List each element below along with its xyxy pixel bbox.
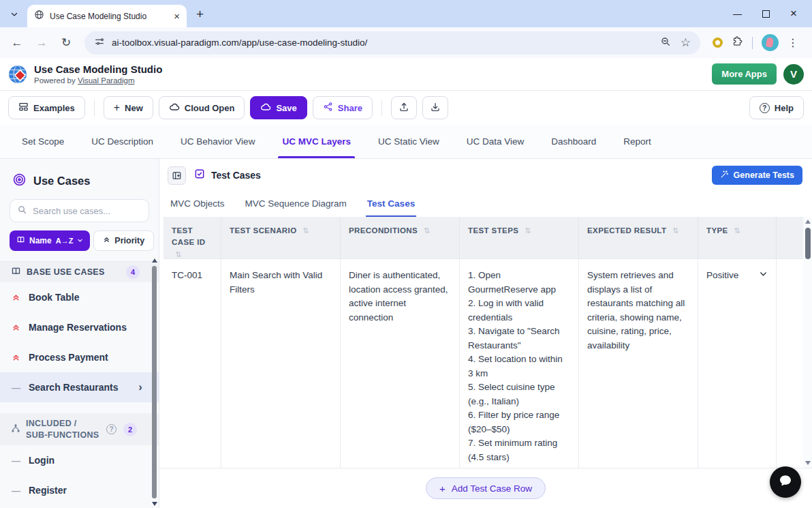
search-use-cases-box[interactable] [10, 199, 149, 222]
sort-by-name-button[interactable]: Name A→Z [10, 230, 90, 251]
address-bar[interactable]: ai-toolbox.visual-paradigm.com/app/use-c… [84, 31, 700, 55]
priority-high-icon [11, 353, 21, 362]
table-scrollbar[interactable] [803, 217, 812, 468]
import-download-button[interactable] [422, 96, 448, 119]
fork-icon [11, 423, 20, 436]
cell-test-scenario[interactable]: Main Search with Valid Filters [221, 259, 341, 468]
sort-icon[interactable]: ⇅ [175, 250, 182, 258]
new-button[interactable]: + New [104, 96, 153, 119]
examples-button[interactable]: Examples [8, 96, 85, 119]
chevron-down-icon [77, 236, 83, 245]
col-test-case-id[interactable]: TEST CASE ID ⇅ [163, 217, 221, 259]
forward-button: → [31, 33, 52, 53]
col-test-steps[interactable]: TEST STEPS ⇅ [460, 217, 579, 259]
col-expected-result[interactable]: EXPECTED RESULT ⇅ [579, 217, 698, 259]
generate-tests-button[interactable]: Generate Tests [712, 166, 802, 185]
help-button[interactable]: ? Help [749, 96, 804, 119]
included-section-header: INCLUDED / SUB-FUNCTIONS ? 2 [0, 413, 159, 445]
tab-search-chevron-icon[interactable] [7, 7, 22, 22]
tab-close-icon[interactable]: × [174, 10, 180, 22]
cell-preconditions[interactable]: Diner is authenticated, location access … [341, 259, 460, 468]
sort-icon[interactable]: ⇅ [424, 226, 431, 235]
sidebar-item-manage-reservations[interactable]: Manage Reservations [0, 312, 159, 342]
tab-uc-mvc-layers[interactable]: UC MVC Layers [268, 125, 364, 158]
zoom-icon[interactable] [660, 36, 671, 50]
tab-uc-data-view[interactable]: UC Data View [453, 125, 538, 158]
cloud-open-button[interactable]: Cloud Open [159, 96, 245, 119]
window-close-button[interactable]: × [790, 7, 797, 20]
cell-test-case-id[interactable]: TC-001 [163, 259, 221, 468]
tab-uc-behavior-view[interactable]: UC Behavior View [167, 125, 268, 158]
help-circle-icon[interactable]: ? [106, 424, 116, 434]
base-use-cases-section-header: BASE USE CASES 4 [0, 262, 159, 282]
sidebar-title: Use Cases [33, 175, 90, 188]
scrollbar-thumb[interactable] [152, 266, 157, 498]
extension-ring-icon[interactable] [713, 38, 723, 48]
add-test-case-row-button[interactable]: + Add Test Case Row [426, 477, 546, 499]
extensions-puzzle-icon[interactable] [732, 35, 743, 50]
sidebar-item-process-payment[interactable]: Process Payment [0, 342, 159, 372]
search-input[interactable] [33, 206, 142, 216]
sort-icon[interactable]: ⇅ [672, 226, 679, 235]
app-title: Use Case Modeling Studio [34, 63, 162, 76]
tab-uc-description[interactable]: UC Description [78, 125, 167, 158]
sort-by-priority-button[interactable]: Priority [93, 230, 154, 251]
maximize-button[interactable] [762, 10, 770, 18]
tab-dashboard[interactable]: Dashboard [537, 125, 610, 158]
sidebar-scrollbar[interactable] [151, 256, 158, 508]
chat-widget-button[interactable] [770, 466, 801, 498]
minimize-button[interactable]: — [733, 9, 742, 19]
export-upload-button[interactable] [391, 96, 417, 119]
col-test-scenario[interactable]: TEST SCENARIO ⇅ [221, 217, 341, 259]
user-avatar[interactable]: V [783, 64, 804, 85]
double-chevron-up-icon [103, 236, 110, 245]
site-settings-icon[interactable] [94, 36, 105, 50]
save-button[interactable]: Save [250, 96, 307, 119]
tab-set-scope[interactable]: Set Scope [8, 125, 78, 158]
scroll-up-arrow[interactable] [805, 220, 811, 224]
panel-title: Test Cases [211, 170, 261, 181]
col-type[interactable]: TYPE ⇅ [698, 217, 777, 259]
profile-avatar[interactable] [762, 34, 779, 51]
app-toolbar: Examples + New Cloud Open Save Share ? [0, 91, 812, 125]
cell-test-steps[interactable]: 1. Open GourmetReserve app 2. Log in wit… [460, 259, 579, 468]
sort-icon[interactable]: ⇅ [734, 226, 740, 235]
tab-uc-static-view[interactable]: UC Static View [364, 125, 453, 158]
book-icon [16, 235, 25, 246]
new-tab-button[interactable]: + [196, 8, 204, 20]
scroll-up-arrow[interactable] [152, 258, 157, 263]
sort-icon[interactable]: ⇅ [525, 226, 531, 235]
scroll-down-arrow[interactable] [805, 461, 811, 465]
cloud-save-icon [260, 102, 271, 115]
scroll-down-arrow[interactable] [152, 502, 157, 506]
browser-tab[interactable]: Use Case Modeling Studio × [27, 5, 187, 27]
reload-button[interactable]: ↻ [56, 33, 76, 53]
sidebar-item-book-table[interactable]: Book Table [0, 282, 159, 312]
bookmark-star-icon[interactable]: ☆ [681, 35, 691, 50]
back-button[interactable]: ← [7, 33, 27, 53]
cell-filler [777, 259, 803, 468]
priority-high-icon [11, 323, 21, 332]
tab-mvc-sequence-diagram[interactable]: MVC Sequence Diagram [244, 192, 348, 217]
tab-report[interactable]: Report [610, 125, 665, 158]
cell-type-select[interactable]: Positive [698, 259, 777, 468]
download-icon [430, 102, 441, 115]
visual-paradigm-link[interactable]: Visual Paradigm [78, 76, 135, 85]
url-text[interactable]: ai-toolbox.visual-paradigm.com/app/use-c… [112, 38, 653, 48]
tab-mvc-objects[interactable]: MVC Objects [169, 192, 226, 217]
share-button[interactable]: Share [313, 96, 373, 119]
tab-title: Use Case Modeling Studio [50, 12, 168, 21]
col-preconditions[interactable]: PRECONDITIONS ⇅ [341, 217, 460, 259]
tab-test-cases[interactable]: Test Cases [366, 192, 416, 217]
sidebar-item-register[interactable]: — Register [0, 475, 159, 505]
base-count-badge: 4 [126, 265, 140, 279]
collapse-sidebar-button[interactable] [168, 166, 186, 185]
sort-icon[interactable]: ⇅ [302, 226, 309, 235]
sidebar-item-login[interactable]: — Login [0, 445, 159, 475]
scrollbar-thumb[interactable] [805, 228, 811, 259]
cell-expected-result[interactable]: System retrieves and displays a list of … [579, 259, 698, 468]
sidebar-item-search-restaurants[interactable]: — Search Restaurants › [0, 372, 159, 402]
dash-icon: — [11, 455, 21, 466]
browser-menu-icon[interactable]: ⋮ [787, 36, 798, 49]
more-apps-button[interactable]: More Apps [712, 63, 777, 85]
